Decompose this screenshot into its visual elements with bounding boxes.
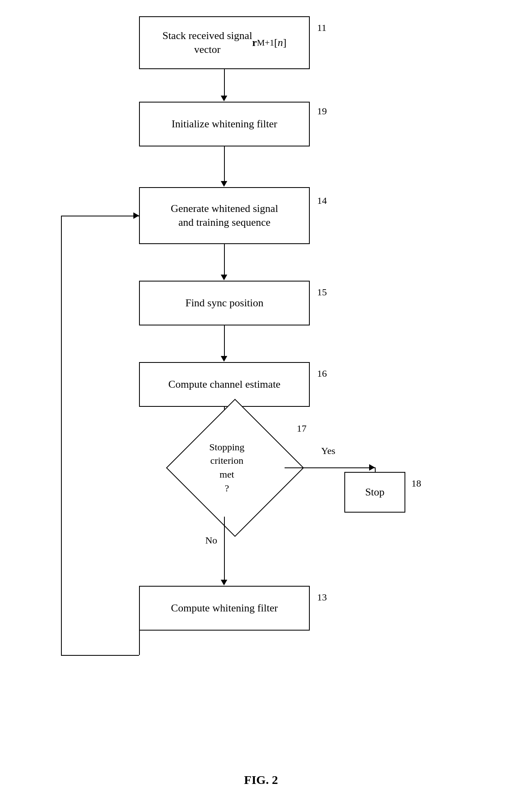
no-label: No	[205, 535, 217, 546]
arrow-14-to-15	[224, 244, 225, 276]
figure-caption: FIG. 2	[180, 773, 342, 787]
label-11: 11	[317, 22, 326, 33]
box-stop: Stop	[344, 472, 405, 513]
box-init-whitening: Initialize whitening filter	[139, 102, 310, 146]
box-stack-signal: Stack received signalvector rM+1[n]	[139, 16, 310, 69]
label-14: 14	[317, 195, 327, 206]
label-18: 18	[411, 478, 421, 489]
arrowhead-15-to-16	[221, 356, 227, 362]
arrowhead-14-to-15	[221, 275, 227, 280]
loop-horiz-top	[61, 216, 139, 216]
box-compute-whitening: Compute whitening filter	[139, 586, 310, 631]
label-13: 13	[317, 592, 327, 603]
flowchart-diagram: Stack received signalvector rM+1[n] 11 I…	[0, 0, 522, 812]
label-16: 16	[317, 368, 327, 379]
diamond-stopping-text: Stoppingcriterionmet?	[162, 423, 292, 513]
arrow-no-down	[224, 517, 225, 581]
loop-horiz-bottom	[61, 655, 139, 656]
arrow-yes-horiz	[285, 467, 375, 468]
box-find-sync: Find sync position	[139, 281, 310, 325]
yes-label: Yes	[321, 445, 335, 456]
loop-vert-left	[61, 216, 62, 655]
loop-down	[139, 631, 140, 655]
arrow-19-to-14	[224, 146, 225, 182]
box-generate-whitened: Generate whitened signaland training seq…	[139, 187, 310, 244]
arrowhead-yes	[369, 464, 375, 471]
box-compute-channel: Compute channel estimate	[139, 362, 310, 407]
label-19: 19	[317, 106, 327, 117]
arrowhead-19-to-14	[221, 181, 227, 187]
arrow-15-to-16	[224, 325, 225, 357]
arrowhead-1-to-19	[221, 96, 227, 101]
label-15: 15	[317, 287, 327, 298]
arrowhead-loop	[133, 212, 139, 219]
label-17: 17	[297, 423, 307, 434]
arrow-1-to-19	[224, 69, 225, 97]
arrowhead-no	[221, 580, 227, 585]
